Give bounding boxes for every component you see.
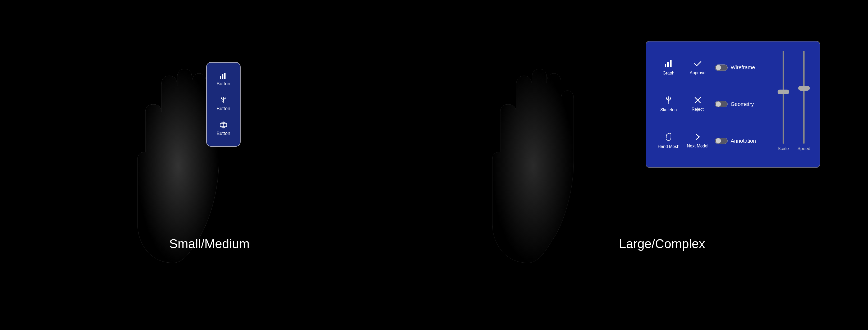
approve-icon (693, 60, 702, 69)
ctrl-geometry-label: Geometry (731, 101, 754, 107)
panel-button-label-2: Button (217, 106, 230, 111)
scale-slider-thumb[interactable] (778, 90, 789, 94)
sm-layout: Button (124, 20, 309, 310)
annotation-toggle-switch[interactable] (715, 138, 727, 144)
ctrl-graph[interactable]: Graph (654, 50, 683, 86)
reject-icon (693, 96, 702, 106)
speed-slider-thumb[interactable] (798, 86, 810, 91)
svg-rect-22 (670, 60, 672, 67)
svg-point-33 (670, 99, 671, 100)
cube-icon (220, 121, 227, 130)
svg-point-12 (223, 98, 224, 99)
panel-inner: Graph Approve Wirefr (646, 41, 819, 167)
svg-point-10 (223, 100, 224, 101)
wireframe-toggle-switch[interactable] (715, 64, 727, 71)
ctrl-reject-label: Reject (692, 107, 704, 112)
svg-rect-1 (222, 74, 223, 79)
speed-slider-track[interactable] (803, 51, 805, 144)
svg-point-13 (224, 98, 225, 99)
ctrl-nextmodel[interactable]: Next Model (683, 123, 712, 159)
svg-line-15 (221, 101, 223, 102)
panel-button-label-1: Button (217, 81, 230, 87)
speed-slider-label: Speed (797, 146, 810, 152)
scale-slider[interactable]: Scale (776, 50, 791, 152)
section-small-medium: Button (0, 0, 434, 330)
svg-point-30 (668, 100, 669, 101)
scale-slider-track[interactable] (783, 51, 784, 144)
ctrl-annotation-label: Annotation (731, 138, 756, 144)
label-small-medium: Small/Medium (169, 236, 250, 251)
ctrl-handmesh-label: Hand Mesh (658, 144, 680, 149)
panel-button-skeleton[interactable]: Button (217, 96, 230, 111)
ctrl-wireframe-label: Wireframe (731, 64, 755, 70)
scale-slider-label: Scale (778, 146, 789, 152)
svg-point-31 (666, 99, 667, 100)
bar-chart-icon (219, 72, 227, 80)
speed-slider[interactable]: Speed (796, 50, 812, 152)
ctrl-handmesh[interactable]: Hand Mesh (654, 123, 683, 159)
ctrl-nextmodel-label: Next Model (687, 144, 708, 148)
ctrl-reject[interactable]: Reject (683, 86, 712, 123)
ctrl-annotation-toggle[interactable]: Annotation (712, 123, 776, 159)
panel-button-graph[interactable]: Button (217, 72, 230, 87)
sliders-section: Scale Speed (776, 50, 812, 159)
svg-point-32 (668, 98, 669, 99)
ctrl-graph-label: Graph (662, 71, 674, 75)
controls-grid: Graph Approve Wirefr (654, 50, 776, 159)
right-hand-silhouette (479, 33, 577, 271)
section-large-complex: Graph Approve Wirefr (434, 0, 868, 330)
page-root: Button (0, 0, 868, 330)
next-icon (694, 133, 702, 142)
ctrl-approve[interactable]: Approve (683, 50, 712, 86)
svg-rect-20 (665, 64, 666, 67)
lg-layout: Graph Approve Wirefr (466, 20, 836, 310)
svg-rect-0 (220, 76, 221, 79)
handmesh-icon (664, 133, 673, 143)
graph-icon (664, 60, 673, 69)
svg-rect-2 (224, 73, 225, 79)
svg-rect-21 (667, 62, 669, 67)
skeleton-hand-icon (220, 96, 227, 105)
panel-button-label-3: Button (217, 131, 230, 136)
small-button-panel: Button (206, 62, 241, 146)
skeleton-icon (664, 96, 673, 106)
large-control-panel: Graph Approve Wirefr (646, 41, 820, 168)
ctrl-wireframe-toggle[interactable]: Wireframe (712, 50, 776, 86)
ctrl-skeleton[interactable]: Skeleton (654, 86, 683, 123)
geometry-toggle-switch[interactable] (715, 101, 727, 107)
svg-point-11 (221, 98, 222, 99)
label-large-complex: Large/Complex (619, 236, 705, 251)
ctrl-geometry-toggle[interactable]: Geometry (712, 86, 776, 123)
panel-button-model[interactable]: Button (217, 121, 230, 136)
ctrl-skeleton-label: Skeleton (660, 107, 677, 112)
ctrl-approve-label: Approve (690, 70, 706, 75)
